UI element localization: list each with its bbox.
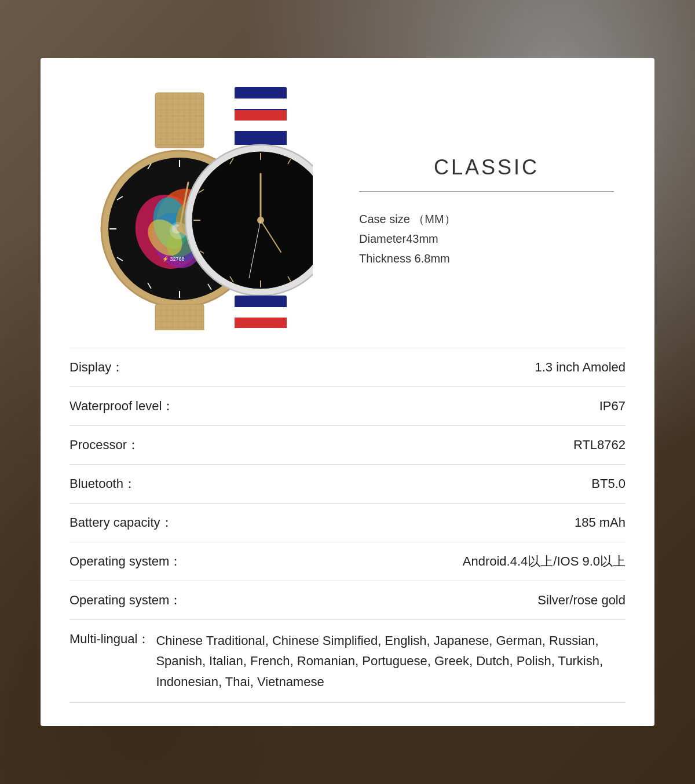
spec-row-processor: Processor： RTL8762: [70, 426, 626, 465]
watch-images: MON 09 ⚡ 32768: [70, 81, 313, 330]
svg-rect-68: [235, 110, 287, 121]
case-info: Case size （MM） Diameter43mm Thickness 6.…: [348, 209, 626, 268]
spec-value-color: Silver/rose gold: [537, 593, 626, 608]
svg-text:⚡ 32768: ⚡ 32768: [162, 256, 185, 262]
spec-value-os: Android.4.4以上/IOS 9.0以上: [463, 553, 626, 570]
svg-rect-69: [235, 121, 287, 131]
spec-row-waterproof: Waterproof level： IP67: [70, 387, 626, 426]
case-line1: Case size （MM）: [359, 209, 626, 229]
spec-label-battery: Battery capacity：: [70, 514, 173, 531]
top-section: MON 09 ⚡ 32768: [70, 81, 626, 330]
spec-label-display: Display：: [70, 359, 124, 376]
specs-section: Display： 1.3 inch Amoled Waterproof leve…: [70, 348, 626, 703]
spec-label-os: Operating system：: [70, 553, 182, 570]
spec-label-processor: Processor：: [70, 436, 140, 454]
spec-label-multilingual: Multi-lingual：: [70, 630, 150, 648]
title-divider: [359, 191, 614, 192]
svg-rect-92: [235, 318, 287, 328]
spec-row-battery: Battery capacity： 185 mAh: [70, 504, 626, 542]
svg-rect-67: [235, 99, 287, 109]
spec-label-color: Operating system：: [70, 592, 182, 609]
product-title: CLASSIC: [348, 155, 626, 180]
svg-rect-50: [155, 304, 204, 330]
svg-rect-70: [235, 131, 287, 145]
svg-rect-93: [235, 328, 287, 330]
spec-value-battery: 185 mAh: [575, 515, 626, 530]
spec-row-os: Operating system： Android.4.4以上/IOS 9.0以…: [70, 542, 626, 581]
spec-value-waterproof: IP67: [599, 399, 626, 414]
product-card: MON 09 ⚡ 32768: [41, 58, 654, 726]
spec-value-bluetooth: BT5.0: [591, 476, 626, 491]
svg-rect-91: [235, 307, 287, 318]
spec-value-multilingual: Chinese Traditional, Chinese Simplified,…: [150, 630, 626, 692]
spec-label-bluetooth: Bluetooth：: [70, 475, 136, 493]
svg-rect-0: [155, 93, 204, 148]
spec-value-processor: RTL8762: [573, 437, 626, 453]
spec-value-display: 1.3 inch Amoled: [535, 360, 626, 375]
watch-illustration: MON 09 ⚡ 32768: [70, 81, 313, 330]
spec-row-bluetooth: Bluetooth： BT5.0: [70, 465, 626, 504]
svg-point-49: [177, 226, 182, 232]
spec-label-waterproof: Waterproof level：: [70, 398, 174, 415]
spec-row-multilingual: Multi-lingual： Chinese Traditional, Chin…: [70, 620, 626, 703]
case-line2: Diameter43mm: [359, 229, 626, 249]
case-line3: Thickness 6.8mm: [359, 249, 626, 268]
spec-row-display: Display： 1.3 inch Amoled: [70, 348, 626, 387]
product-info: CLASSIC Case size （MM） Diameter43mm Thic…: [313, 144, 626, 268]
spec-row-color: Operating system： Silver/rose gold: [70, 581, 626, 620]
